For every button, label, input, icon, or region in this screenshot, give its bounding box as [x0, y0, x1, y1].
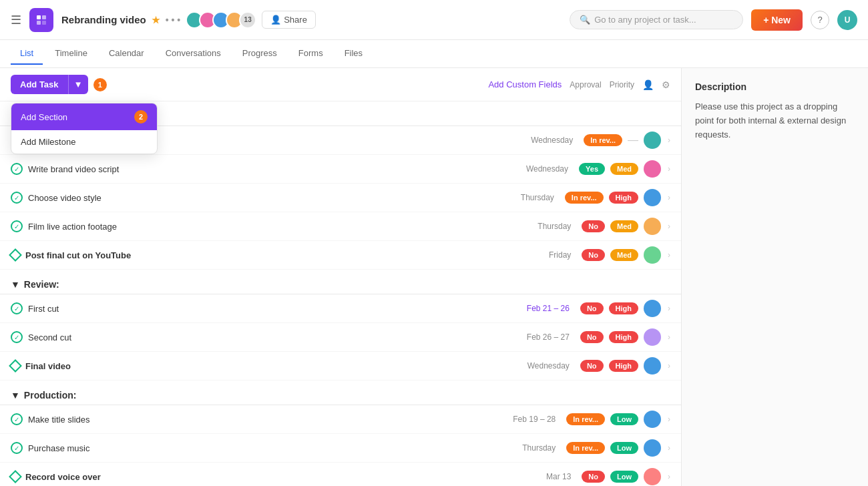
add-task-dropdown-button[interactable]: ▼: [68, 75, 88, 94]
chevron-right-icon[interactable]: ›: [668, 164, 670, 174]
task-name[interactable]: Purchase music: [28, 443, 517, 453]
chevron-right-icon[interactable]: ›: [668, 136, 670, 145]
task-name[interactable]: Post final cut on YouTube: [25, 250, 544, 260]
avatar: [644, 218, 661, 235]
tab-progress[interactable]: Progress: [233, 43, 286, 65]
approval-pill: In rev...: [565, 192, 604, 204]
dropdown-badge: 2: [134, 110, 148, 124]
new-button[interactable]: + New: [751, 9, 803, 31]
help-button[interactable]: ?: [811, 11, 829, 29]
task-checkbox[interactable]: ✓: [11, 302, 23, 314]
main-list: Add Task▼ Add Section 2 Add Milestone 1 …: [0, 68, 681, 486]
chevron-right-icon[interactable]: ›: [668, 332, 670, 342]
project-info: Rebranding video ★ • • • 13 👤 Share: [61, 11, 562, 29]
task-checkbox[interactable]: ✓: [11, 163, 23, 175]
add-custom-fields-link[interactable]: Add Custom Fields: [488, 79, 562, 89]
task-checkbox[interactable]: ✓: [11, 192, 23, 204]
avatar: [644, 132, 661, 149]
add-task-button[interactable]: Add Task: [11, 75, 68, 94]
tab-list[interactable]: List: [11, 43, 43, 65]
section-review-collapse-icon[interactable]: ▼: [11, 279, 20, 290]
tab-calendar[interactable]: Calendar: [99, 43, 154, 65]
task-name[interactable]: Choose video style: [28, 193, 515, 203]
task-checkbox[interactable]: ✓: [11, 442, 23, 454]
table-row: ✓ Make title slides Feb 19 – 28 In rev..…: [0, 405, 681, 434]
milestone-diamond: [9, 359, 22, 373]
priority-pill: Med: [610, 249, 638, 261]
task-checkbox[interactable]: ✓: [11, 331, 23, 343]
dropdown-add-section[interactable]: Add Section 2: [11, 103, 157, 130]
task-name[interactable]: First cut: [28, 304, 521, 314]
milestone-diamond: [9, 470, 22, 483]
approval-pill: Yes: [579, 163, 605, 175]
task-date: Feb 19 – 28: [513, 415, 556, 424]
table-row: ✓ Write brand video script Wednesday Yes…: [0, 155, 681, 184]
avatar: [644, 411, 661, 428]
description-text: Please use this project as a dropping po…: [695, 100, 855, 142]
toolbar-right: Add Custom Fields Approval Priority 👤 ⚙: [488, 79, 670, 90]
table-row: ✓ Purchase music Thursday In rev... Low …: [0, 434, 681, 463]
user-avatar[interactable]: U: [837, 10, 857, 30]
section-review-header: ▼ Review:: [0, 270, 681, 294]
chevron-right-icon[interactable]: ›: [668, 250, 670, 260]
avatar: [644, 300, 661, 317]
task-checkbox[interactable]: ✓: [11, 220, 23, 232]
section-review-label: Review:: [24, 279, 59, 290]
priority-pill: Med: [610, 163, 638, 175]
dropdown-add-milestone[interactable]: Add Milestone: [11, 130, 157, 154]
table-row: ✓ Choose video style Thursday In rev... …: [0, 184, 681, 212]
approval-col-header: Approval: [570, 80, 601, 89]
avatar: [644, 160, 661, 178]
more-icon[interactable]: • • •: [166, 15, 180, 25]
star-icon[interactable]: ★: [152, 15, 160, 25]
table-row: ✓ First cut Feb 21 – 26 No High ›: [0, 294, 681, 323]
description-panel: Description Please use this project as a…: [681, 68, 868, 486]
task-name[interactable]: Second cut: [28, 332, 521, 342]
task-name[interactable]: Final video: [25, 361, 522, 371]
priority-col-header: Priority: [610, 80, 634, 89]
task-date: Thursday: [537, 222, 571, 231]
chevron-right-icon[interactable]: ›: [668, 304, 670, 313]
chevron-right-icon[interactable]: ›: [668, 361, 670, 371]
settings-icon[interactable]: ⚙: [662, 79, 670, 90]
tab-forms[interactable]: Forms: [289, 43, 333, 65]
section-production-collapse-icon[interactable]: ▼: [11, 390, 20, 401]
table-row: Final video Wednesday No High ›: [0, 352, 681, 381]
chevron-right-icon[interactable]: ›: [668, 415, 670, 424]
tab-files[interactable]: Files: [335, 43, 372, 65]
nav-tabs: List Timeline Calendar Conversations Pro…: [0, 40, 868, 68]
toolbar: Add Task▼ Add Section 2 Add Milestone 1 …: [0, 68, 681, 101]
search-icon: 🔍: [580, 15, 590, 25]
task-name[interactable]: Film live action footage: [28, 222, 532, 232]
chevron-right-icon[interactable]: ›: [668, 472, 670, 481]
task-name[interactable]: Write brand video script: [28, 164, 521, 174]
priority-pill: Med: [610, 220, 638, 232]
tab-timeline[interactable]: Timeline: [45, 43, 97, 65]
tab-conversations[interactable]: Conversations: [156, 43, 230, 65]
chevron-right-icon[interactable]: ›: [668, 443, 670, 453]
app-icon: [29, 8, 53, 32]
approval-pill: No: [582, 220, 605, 232]
priority-pill: Low: [610, 471, 638, 483]
priority-pill: Low: [610, 442, 638, 454]
approval-pill: No: [580, 302, 604, 314]
chevron-right-icon[interactable]: ›: [668, 222, 670, 231]
hamburger-menu[interactable]: ☰: [11, 13, 21, 27]
task-name[interactable]: Make title slides: [28, 415, 507, 425]
search-bar[interactable]: 🔍 Go to any project or task...: [570, 10, 743, 29]
svg-rect-2: [37, 21, 41, 25]
task-badge: 1: [93, 78, 107, 91]
section-production-header: ▼ Production:: [0, 381, 681, 405]
svg-rect-1: [42, 15, 46, 19]
assignee-icon[interactable]: 👤: [642, 79, 654, 90]
avatar: [644, 439, 661, 457]
avatar: [644, 246, 661, 264]
priority-pill: High: [609, 302, 638, 314]
task-name[interactable]: Record voice over: [25, 472, 541, 482]
task-checkbox[interactable]: ✓: [11, 413, 23, 425]
share-button[interactable]: 👤 Share: [262, 11, 316, 29]
chevron-right-icon[interactable]: ›: [668, 193, 670, 202]
priority-pill: High: [609, 192, 638, 204]
project-title: Rebranding video: [61, 14, 146, 25]
table-row: ✓ Film live action footage Thursday No M…: [0, 212, 681, 241]
